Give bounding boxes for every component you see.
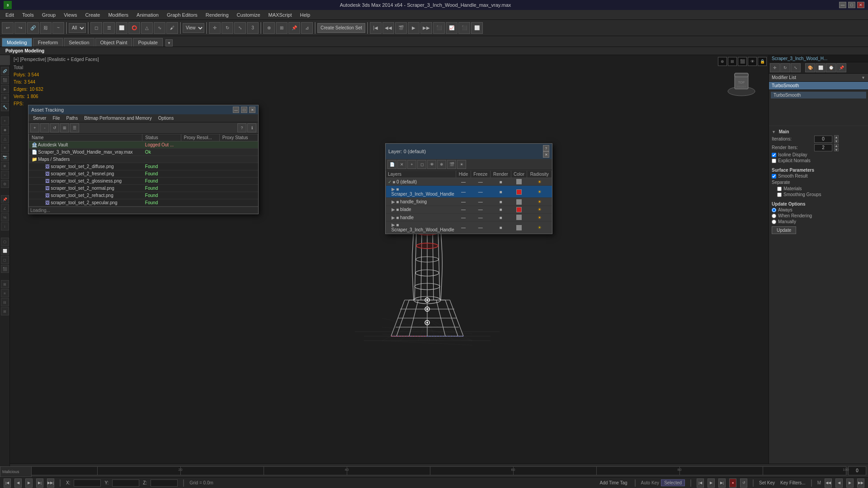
- scale-uniform-button[interactable]: 3: [247, 22, 259, 34]
- layer-close-button[interactable]: ✕: [543, 151, 549, 158]
- select-link-button[interactable]: 🔗: [27, 22, 39, 34]
- far-left-hier-tool[interactable]: ⬛: [1, 76, 9, 84]
- render-button[interactable]: ▶: [408, 22, 420, 34]
- table-row[interactable]: 🖼 scraper_tool_set_2_glossiness.png Foun…: [29, 178, 258, 185]
- add-time-tag-btn[interactable]: Add Time Tag: [600, 480, 627, 485]
- asset-help-tool[interactable]: ?: [237, 123, 246, 132]
- fence-select-button[interactable]: △: [141, 22, 153, 34]
- panel-scale-tool[interactable]: ⤡: [791, 63, 801, 72]
- menu-edit[interactable]: Edit: [2, 11, 18, 19]
- viewport-icon-3[interactable]: ⬛: [738, 57, 747, 66]
- far-left-helper-tool[interactable]: ⊕: [1, 162, 9, 170]
- menu-help[interactable]: Help: [297, 11, 314, 19]
- asset-menu-paths[interactable]: Paths: [64, 115, 81, 122]
- layer-add-sel-tool[interactable]: +: [407, 160, 416, 169]
- nav-cube[interactable]: TOP FRONT: [723, 64, 760, 100]
- far-left-shape-tool[interactable]: △: [1, 135, 9, 143]
- layer-new-tool[interactable]: 📄: [387, 160, 396, 169]
- manually-radio[interactable]: [772, 220, 776, 224]
- explicit-normals-checkbox[interactable]: [772, 159, 776, 163]
- play-keys-btn[interactable]: ▶: [708, 479, 715, 488]
- render-setup-button[interactable]: 🎬: [395, 22, 407, 34]
- create-selection-button[interactable]: Create Selection Set: [317, 23, 365, 33]
- asset-restore-button[interactable]: □: [241, 107, 247, 113]
- table-row[interactable]: ▶ ■ blade —— ■ ☀: [386, 206, 552, 213]
- far-left-camera-tool[interactable]: 📷: [1, 153, 9, 161]
- set-key-btn[interactable]: Set Key: [759, 480, 775, 485]
- move-button[interactable]: ✛: [209, 22, 221, 34]
- time-skip-fwd-btn[interactable]: ▶▶: [857, 479, 864, 488]
- far-left-window-cross-tool[interactable]: ⬜: [1, 247, 9, 255]
- tab-modeling[interactable]: Modeling: [2, 38, 32, 47]
- isoline-display-checkbox[interactable]: [772, 153, 776, 157]
- far-left-grid-snap-tool[interactable]: ⊞: [1, 280, 9, 288]
- asset-menu-options[interactable]: Options: [156, 115, 176, 122]
- table-row[interactable]: ▶ ■ handle_fixing —— ■ ☀: [386, 198, 552, 206]
- table-row[interactable]: ▶ ■ Scraper_3_Inch_Wood_Handle —— ■ ☀: [386, 221, 552, 234]
- always-radio[interactable]: [772, 208, 776, 212]
- snap-angle-button[interactable]: ⊿: [301, 22, 313, 34]
- view-select[interactable]: View: [183, 23, 204, 33]
- close-button[interactable]: ✕: [857, 2, 864, 8]
- table-row[interactable]: ✓ ■ 0 (default) —— ■ ☀: [386, 178, 552, 186]
- far-left-display-tool[interactable]: 👁: [1, 94, 9, 102]
- asset-minimize-button[interactable]: —: [233, 107, 239, 113]
- asset-menu-file[interactable]: File: [50, 115, 62, 122]
- asset-list-tool[interactable]: ☰: [70, 123, 79, 132]
- viewport[interactable]: [+] [Perspective] [Realistic + Edged Fac…: [10, 55, 769, 464]
- render-material-button[interactable]: ⬛: [433, 22, 445, 34]
- far-left-edge-faces-tool[interactable]: ⬛: [1, 265, 9, 273]
- table-row[interactable]: 🖼 scraper_tool_set_2_normal.png Found: [29, 185, 258, 192]
- table-row[interactable]: 🖼 scraper_tool_set_2_diffuse.png Found: [29, 163, 258, 170]
- far-left-angle-snaps-tool[interactable]: ∠: [1, 204, 9, 212]
- render-iters-down[interactable]: ▼: [834, 148, 839, 151]
- table-row[interactable]: 🖼 scraper_tool_set_2_specular.png Found: [29, 199, 258, 206]
- time-step-fwd-btn[interactable]: ▶: [846, 479, 854, 488]
- viewport-icon-1[interactable]: ⊕: [718, 57, 727, 66]
- time-skip-back-btn[interactable]: ◀◀: [825, 479, 832, 488]
- far-left-array-tool[interactable]: ⊞: [1, 307, 9, 315]
- layer-select-obj-tool[interactable]: ◻: [417, 160, 426, 169]
- snap-toggle-button[interactable]: 📌: [288, 22, 300, 34]
- sub-tab-polygon-modeling[interactable]: Polygon Modeling: [2, 48, 48, 54]
- far-left-spinner-snaps-tool[interactable]: ↕: [1, 222, 9, 230]
- select-object-button[interactable]: ◻: [90, 22, 102, 34]
- table-row[interactable]: 🖼 scraper_tool_set_2_fresnel.png Found: [29, 170, 258, 178]
- menu-modifiers[interactable]: Modifiers: [104, 11, 132, 19]
- far-left-geom-tool[interactable]: ◆: [1, 126, 9, 134]
- circle-select-button[interactable]: ⭕: [128, 22, 140, 34]
- table-row[interactable]: 📁 Maps / Shaders: [29, 156, 258, 163]
- menu-views[interactable]: Views: [60, 11, 80, 19]
- tab-selection[interactable]: Selection: [64, 38, 94, 47]
- scale-button[interactable]: ⤡: [234, 22, 246, 34]
- material-editor-button[interactable]: ⬜: [471, 22, 483, 34]
- far-left-motion-tool[interactable]: ▶: [1, 85, 9, 93]
- panel-mat-tool[interactable]: ⬜: [816, 63, 826, 72]
- render-iters-input[interactable]: [814, 144, 832, 151]
- smooth-result-checkbox[interactable]: [772, 174, 776, 178]
- asset-menu-server[interactable]: Server: [30, 115, 49, 122]
- prev-key-btn[interactable]: |◀: [697, 479, 704, 488]
- menu-animation[interactable]: Animation: [133, 11, 162, 19]
- table-row[interactable]: ▶ ■ handle —— ■ ☀: [386, 214, 552, 221]
- layer-help-button[interactable]: ?: [543, 145, 549, 151]
- iterations-input[interactable]: [814, 136, 832, 143]
- menu-rendering[interactable]: Rendering: [202, 11, 232, 19]
- far-left-system-tool[interactable]: ⚙: [1, 180, 9, 188]
- asset-close-button[interactable]: ✕: [249, 107, 255, 113]
- z-coord-field[interactable]: [151, 479, 178, 487]
- bind-space-warp-button[interactable]: ~: [52, 22, 64, 34]
- far-left-mirror2-tool[interactable]: ⊟: [1, 298, 9, 306]
- rect-select-button[interactable]: ⬜: [116, 22, 127, 34]
- far-left-link-tool[interactable]: 🔗: [1, 67, 9, 75]
- menu-maxscript[interactable]: MAXScript: [265, 11, 296, 19]
- asset-expand-tool[interactable]: ⊞: [60, 123, 69, 132]
- asset-reload-tool[interactable]: ↺: [50, 123, 59, 132]
- update-button[interactable]: Update: [772, 226, 796, 234]
- next-key-btn[interactable]: ▶|: [718, 479, 726, 488]
- tab-freeform[interactable]: Freeform: [33, 38, 63, 47]
- render-active-button[interactable]: ▶▶: [420, 22, 432, 34]
- prev-frame-button[interactable]: ◀◀: [382, 22, 394, 34]
- tab-object-paint[interactable]: Object Paint: [95, 38, 132, 47]
- loop-btn[interactable]: ↺: [740, 479, 747, 488]
